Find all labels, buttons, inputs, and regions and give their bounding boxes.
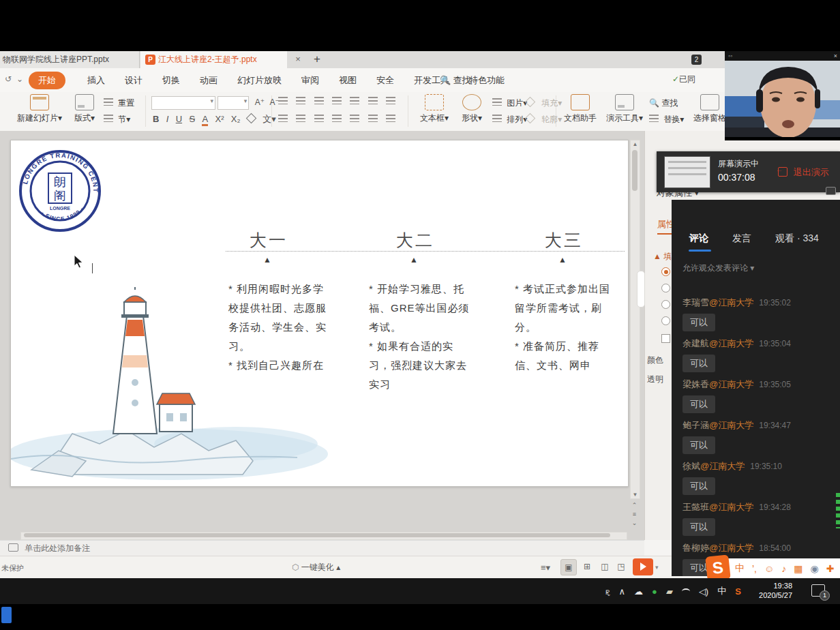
menu-tab-features[interactable]: 特色功能 (469, 74, 505, 87)
menu-tab-slideshow[interactable]: 幻灯片放映 (237, 74, 282, 87)
arrange-button[interactable]: 排列▾ (492, 114, 527, 125)
voice-input-icon[interactable]: ♪ (781, 563, 786, 574)
notes-toggle-icon[interactable]: ≡▾ (541, 562, 550, 573)
scroll-up-icon[interactable]: ▲ (631, 141, 640, 147)
shapes-button[interactable]: 形状▾ (455, 94, 488, 124)
ime-mode-toggle[interactable]: 中 (735, 562, 745, 575)
reset-button[interactable]: 重置 (104, 97, 134, 109)
reading-view-icon[interactable]: ◫ (597, 559, 612, 574)
clear-format-icon[interactable] (246, 113, 257, 124)
sogou-ime-bar[interactable]: S 中 ’, ☺ ♪ ▦ ◉ ✚ ⊞ (709, 558, 840, 579)
fill-radio[interactable] (661, 316, 670, 325)
antivirus-icon[interactable]: ● (652, 586, 657, 597)
increase-indent-icon[interactable] (332, 97, 342, 104)
doc-assistant-button[interactable]: 文档助手 (560, 94, 600, 124)
picture-button[interactable]: 图片▾ (492, 97, 527, 109)
font-size-select[interactable] (217, 96, 249, 110)
allow-comments-dropdown[interactable]: 允许观众发表评论 ▾ (682, 262, 754, 274)
superscript-button[interactable]: X² (215, 114, 224, 124)
fill-checkbox[interactable] (661, 334, 670, 343)
sogou-logo[interactable]: S (705, 554, 731, 581)
bold-button[interactable]: B (153, 114, 159, 124)
font-name-select[interactable] (151, 96, 215, 110)
menu-tab-home[interactable]: 开始 (29, 72, 65, 89)
find-button[interactable]: 🔍 查找 (649, 97, 678, 109)
font-color-button[interactable]: A (202, 114, 208, 126)
horizontal-scroll-thumb[interactable] (24, 533, 610, 537)
soft-keyboard-icon[interactable]: ▦ (794, 563, 802, 574)
ime-indicator[interactable]: 中 (717, 585, 726, 597)
comment-list[interactable]: 李瑞雪@江南大学19:35:02 可以 余建航@江南大学19:35:04 可以 … (682, 297, 829, 576)
normal-view-icon[interactable]: ▣ (560, 559, 577, 575)
menu-tab-animation[interactable]: 动画 (200, 74, 217, 87)
viewer-count[interactable]: 观看 · 334 (775, 232, 819, 245)
year2-text-block[interactable]: * 开始学习雅思、托福、GRE等出国必须考试。* 如果有合适的实习，强烈建议大家… (369, 280, 474, 394)
justify-icon[interactable] (332, 115, 342, 122)
increase-font-icon[interactable]: A⁺ (255, 97, 265, 107)
taskbar-app-icon[interactable] (1, 607, 12, 623)
numbered-list-icon[interactable] (296, 97, 305, 104)
menu-tab-security[interactable]: 安全 (376, 74, 394, 87)
text-direction-icon[interactable] (350, 97, 359, 104)
menu-tab-view[interactable]: 视图 (339, 74, 357, 87)
menu-tab-review[interactable]: 审阅 (301, 74, 319, 87)
volume-icon[interactable]: ◁) (699, 586, 708, 597)
document-tab-active[interactable]: P 江大线上讲座2-王超予.pptx (140, 51, 287, 68)
strikethrough-button[interactable]: S (189, 114, 195, 124)
webcam-close-icon[interactable]: × (834, 51, 837, 61)
menu-tab-transition[interactable]: 切换 (162, 74, 180, 87)
slide-nav-icon[interactable]: ≡ (630, 510, 639, 519)
webcam-menu-icon[interactable]: ◦◦ (728, 52, 732, 59)
scroll-down-icon[interactable]: ▼ (631, 492, 640, 498)
fill-radio-selected[interactable] (661, 267, 670, 276)
select-pane-button[interactable]: 选择窗格 (690, 94, 730, 124)
italic-button[interactable]: I (166, 114, 169, 124)
paragraph-more-icon[interactable] (386, 115, 395, 122)
qat-dropdown-icon[interactable]: ⌄ (16, 74, 23, 84)
menu-find[interactable]: 🔍 查找 (440, 74, 471, 87)
slideshow-play-button[interactable] (633, 558, 653, 575)
vertical-scroll-thumb[interactable] (632, 150, 638, 191)
panel-scroll-thumb[interactable] (637, 271, 645, 308)
timeline-header-year1[interactable]: 大一 (250, 229, 288, 252)
cloud-icon[interactable]: ☁ (634, 586, 643, 597)
distribute-icon[interactable] (350, 115, 359, 122)
slide-nav-buttons[interactable]: ⌃ ≡ ⌄ (630, 501, 639, 528)
align-right-icon[interactable] (314, 115, 324, 122)
wifi-icon[interactable] (682, 588, 690, 595)
subscript-button[interactable]: X₂ (231, 114, 241, 124)
fill-radio[interactable] (661, 300, 670, 309)
fill-radio[interactable] (661, 284, 670, 292)
presenter-webcam[interactable]: ◦◦ × (725, 51, 840, 140)
horizontal-scrollbar[interactable] (20, 532, 627, 540)
undo-icon[interactable]: ↺ (5, 74, 12, 84)
presenter-collapse-icon[interactable] (826, 187, 836, 195)
timeline-header-year3[interactable]: 大三 (545, 229, 583, 252)
slide-canvas[interactable]: LONGRE TRAINING CENTER · SINCE 1999 · 朗 … (10, 140, 629, 487)
play-dropdown-icon[interactable]: ▾ (655, 564, 659, 571)
timeline-header-year2[interactable]: 大二 (396, 229, 434, 252)
notes-bar[interactable]: 单击此处添加备注 (0, 540, 644, 556)
vertical-scrollbar[interactable]: ▲ ▼ (630, 140, 640, 499)
close-tab-icon[interactable]: × (292, 53, 304, 65)
section-button[interactable]: 节▾ (104, 114, 130, 125)
menu-tab-design[interactable]: 设计 (125, 74, 142, 87)
text-tool-button[interactable]: 文▾ (262, 113, 276, 125)
decrease-indent-icon[interactable] (314, 97, 324, 104)
emoji-icon[interactable]: ☺ (764, 563, 774, 574)
menu-tab-insert[interactable]: 插入 (87, 74, 105, 87)
columns-icon[interactable] (368, 115, 378, 122)
line-spacing-icon[interactable] (386, 97, 395, 104)
text-box-button[interactable]: 文本框▾ (416, 94, 453, 124)
new-slide-button[interactable]: 新建幻灯片▾ (15, 94, 64, 124)
exit-presentation-button[interactable]: 退出演示 (778, 166, 829, 179)
outline-button[interactable]: 轮廓▾ (526, 114, 562, 125)
account-icon[interactable]: ◉ (811, 563, 819, 574)
replace-button[interactable]: 替换▾ (649, 114, 684, 125)
present-tools-button[interactable]: 演示工具▾ (603, 94, 646, 124)
align-text-icon[interactable] (368, 97, 378, 104)
year3-text-block[interactable]: * 考试正式参加出国留学所需考试，刷分。* 准备简历、推荐信、文书、网申 (515, 280, 618, 375)
slide-sorter-icon[interactable]: ⊞ (580, 559, 595, 574)
layout-button[interactable]: 版式▾ (68, 94, 101, 124)
align-left-icon[interactable] (278, 115, 288, 122)
